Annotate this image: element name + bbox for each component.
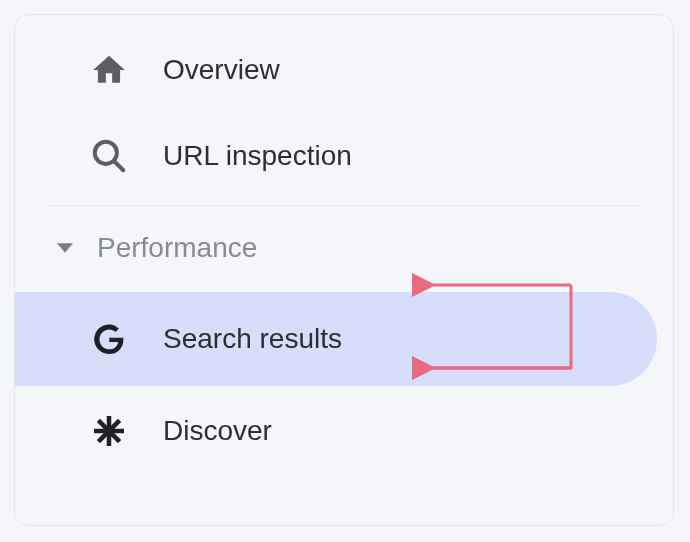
home-icon <box>87 48 131 92</box>
sidebar-panel: Overview URL inspection Performance Sear… <box>14 14 674 526</box>
caret-down-icon <box>55 238 75 258</box>
sidebar-item-overview[interactable]: Overview <box>15 27 673 113</box>
sidebar-item-label: Discover <box>163 415 272 447</box>
sidebar-item-discover[interactable]: Discover <box>15 386 673 476</box>
asterisk-icon <box>87 409 131 453</box>
sidebar-item-label: Search results <box>163 323 342 355</box>
sidebar-item-label: URL inspection <box>163 140 352 172</box>
google-g-icon <box>87 317 131 361</box>
svg-line-1 <box>114 161 124 171</box>
section-header-performance[interactable]: Performance <box>15 218 673 278</box>
search-icon <box>87 134 131 178</box>
section-label: Performance <box>97 232 257 264</box>
sidebar-item-search-results[interactable]: Search results <box>15 292 657 386</box>
sidebar-item-url-inspection[interactable]: URL inspection <box>15 113 673 199</box>
sidebar-item-label: Overview <box>163 54 280 86</box>
divider <box>47 205 641 206</box>
